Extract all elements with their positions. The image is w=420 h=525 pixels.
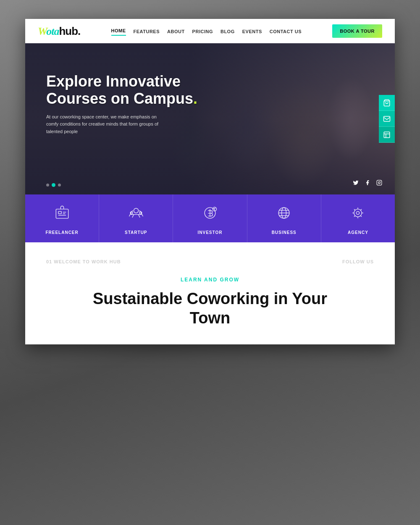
nav-link-contact[interactable]: CONTACT US <box>270 29 302 34</box>
twitter-link[interactable] <box>353 180 359 187</box>
svg-point-6 <box>378 182 381 184</box>
nav-item-events[interactable]: EVENTS <box>242 27 262 35</box>
category-startup[interactable]: STARTUP <box>99 194 173 242</box>
nav-item-about[interactable]: ABOUT <box>167 27 185 35</box>
svg-rect-9 <box>58 211 61 214</box>
hero-subtitle: At our coworking space center, we make e… <box>46 113 168 136</box>
nav-item-features[interactable]: FEATURES <box>134 27 160 35</box>
hero-social <box>353 180 382 187</box>
category-agency[interactable]: AGENCY <box>321 194 395 242</box>
section-tag: LEARN AND GROW <box>46 277 374 283</box>
hero-section: Explore Innovative Courses on Campus. At… <box>25 43 395 194</box>
freelancer-label: FREELANCER <box>45 230 78 235</box>
hero-side-icons <box>379 95 395 143</box>
category-freelancer[interactable]: FREELANCER <box>25 194 99 242</box>
instagram-link[interactable] <box>376 180 382 187</box>
nav-item-blog[interactable]: BLOG <box>220 27 235 35</box>
nav-link-blog[interactable]: BLOG <box>220 29 235 34</box>
section-heading: Sustainable Coworking in Your Town <box>84 289 336 328</box>
nav-item-home[interactable]: HOME <box>111 26 126 36</box>
svg-rect-2 <box>384 132 390 138</box>
section-meta: 01 WELCOME TO WORK HUB FOLLOW US <box>46 259 374 264</box>
layout-icon-button[interactable] <box>379 127 395 143</box>
nav-link-events[interactable]: EVENTS <box>242 29 262 34</box>
book-tour-button[interactable]: BOOK A TOUR <box>332 24 382 38</box>
svg-point-24 <box>357 211 360 214</box>
category-investor[interactable]: INVESTOR <box>173 194 247 242</box>
nav-link-about[interactable]: ABOUT <box>167 29 185 34</box>
agency-label: AGENCY <box>348 230 368 235</box>
slide-dot-3[interactable] <box>58 184 61 186</box>
content-section: 01 WELCOME TO WORK HUB FOLLOW US LEARN A… <box>25 242 395 344</box>
business-icon <box>275 204 293 226</box>
nav-link-pricing[interactable]: PRICING <box>192 29 213 34</box>
slide-dot-2[interactable] <box>52 183 55 187</box>
category-business[interactable]: BUSINESS <box>247 194 321 242</box>
email-icon-button[interactable] <box>379 111 395 127</box>
investor-label: INVESTOR <box>198 230 223 235</box>
nav-link-features[interactable]: FEATURES <box>134 29 160 34</box>
investor-icon <box>201 204 219 226</box>
cart-icon-button[interactable] <box>379 95 395 111</box>
nav-links: HOME FEATURES ABOUT PRICING BLOG EVENTS … <box>111 26 302 36</box>
svg-rect-1 <box>384 116 390 121</box>
nav-item-pricing[interactable]: PRICING <box>192 27 213 35</box>
svg-rect-8 <box>56 209 68 218</box>
freelancer-icon <box>53 204 71 226</box>
slide-dot-1[interactable] <box>46 184 49 186</box>
hero-content: Explore Innovative Courses on Campus. At… <box>25 43 395 136</box>
nav-link-home[interactable]: HOME <box>111 28 126 33</box>
navbar: Wotahub. HOME FEATURES ABOUT PRICING BLO… <box>25 19 395 43</box>
category-bar: FREELANCER STARTUP <box>25 194 395 242</box>
svg-point-7 <box>381 181 381 181</box>
svg-point-13 <box>134 208 138 213</box>
logo[interactable]: Wotahub. <box>38 25 80 38</box>
facebook-link[interactable] <box>365 180 370 187</box>
svg-rect-5 <box>377 180 382 185</box>
follow-us-label: FOLLOW US <box>342 259 374 264</box>
startup-label: STARTUP <box>125 230 147 235</box>
business-label: BUSINESS <box>272 230 297 235</box>
section-number: 01 WELCOME TO WORK HUB <box>46 259 121 264</box>
startup-icon <box>127 204 145 226</box>
hero-title: Explore Innovative Courses on Campus. <box>46 73 206 108</box>
agency-icon <box>349 204 367 226</box>
nav-item-contact[interactable]: CONTACT US <box>270 27 302 35</box>
slider-dots <box>46 183 61 187</box>
svg-point-23 <box>354 209 362 217</box>
hero-dot: . <box>193 90 197 107</box>
